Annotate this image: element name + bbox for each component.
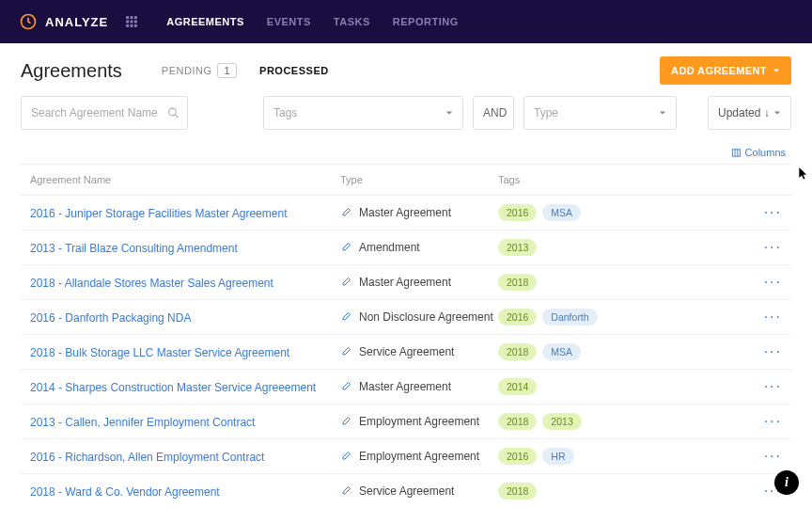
type-filter[interactable]: Type bbox=[523, 96, 677, 130]
nav-events[interactable]: EVENTS bbox=[267, 16, 311, 27]
table-row: 2016 - Richardson, Allen Employment Cont… bbox=[21, 439, 791, 474]
header-name[interactable]: Agreement Name bbox=[30, 174, 340, 185]
tag[interactable]: 2013 bbox=[542, 413, 581, 430]
page-header: Agreements PENDING 1 PROCESSED ADD AGREE… bbox=[0, 43, 812, 96]
type-filter-placeholder: Type bbox=[534, 106, 558, 119]
agreement-type: Non Disclosure Agreement bbox=[359, 310, 493, 324]
row-actions-button[interactable]: ··· bbox=[764, 239, 782, 255]
tag[interactable]: 2018 bbox=[498, 343, 537, 360]
tags-filter[interactable]: Tags bbox=[263, 96, 463, 130]
filters-bar: Tags AND Type Updated ↓ bbox=[0, 96, 812, 141]
table-row: 2016 - Danforth Packaging NDANon Disclos… bbox=[21, 300, 791, 335]
edit-icon[interactable] bbox=[340, 451, 351, 462]
row-actions-button[interactable]: ··· bbox=[764, 448, 782, 464]
tag[interactable]: MSA bbox=[542, 343, 581, 360]
columns-row: Columns bbox=[0, 141, 812, 164]
svg-rect-3 bbox=[134, 16, 137, 19]
add-agreement-button[interactable]: ADD AGREEMENT bbox=[660, 56, 791, 85]
row-actions-button[interactable]: ··· bbox=[764, 413, 782, 429]
logic-filter[interactable]: AND bbox=[473, 96, 514, 130]
edit-icon[interactable] bbox=[340, 242, 351, 253]
agreement-link[interactable]: 2016 - Juniper Storage Facilities Master… bbox=[30, 207, 287, 220]
columns-icon bbox=[731, 148, 742, 158]
agreement-link[interactable]: 2013 - Trail Blaze Consulting Amendment bbox=[30, 242, 238, 255]
agreement-type: Master Agreement bbox=[359, 380, 451, 393]
tag[interactable]: Danforth bbox=[542, 309, 597, 325]
mouse-cursor bbox=[799, 167, 808, 181]
tab-pending[interactable]: PENDING 1 bbox=[162, 63, 237, 78]
info-button[interactable]: i bbox=[774, 470, 799, 495]
nav-agreements[interactable]: AGREEMENTS bbox=[166, 16, 244, 27]
table-header: Agreement Name Type Tags bbox=[21, 165, 791, 196]
agreement-link[interactable]: 2013 - Callen, Jennifer Employment Contr… bbox=[30, 416, 255, 429]
tab-pending-count: 1 bbox=[217, 63, 237, 78]
tag[interactable]: MSA bbox=[542, 204, 581, 221]
nav-reporting[interactable]: REPORTING bbox=[393, 16, 459, 27]
page-title: Agreements bbox=[21, 60, 122, 82]
tag[interactable]: 2016 bbox=[498, 309, 537, 325]
svg-rect-7 bbox=[126, 24, 129, 27]
agreement-link[interactable]: 2018 - Allandale Stores Master Sales Agr… bbox=[30, 277, 273, 290]
nav-tasks[interactable]: TASKS bbox=[334, 16, 370, 27]
tag[interactable]: 2018 bbox=[498, 483, 537, 500]
table-row: 2013 - Trail Blaze Consulting AmendmentA… bbox=[21, 230, 791, 265]
sort-filter[interactable]: Updated ↓ bbox=[708, 96, 791, 130]
svg-rect-2 bbox=[131, 16, 133, 19]
agreement-link[interactable]: 2016 - Danforth Packaging NDA bbox=[30, 311, 191, 325]
tab-processed-label: PROCESSED bbox=[259, 65, 329, 76]
columns-label: Columns bbox=[745, 147, 786, 158]
tag[interactable]: HR bbox=[542, 448, 573, 465]
header-type[interactable]: Type bbox=[340, 174, 498, 185]
svg-rect-11 bbox=[732, 149, 740, 155]
table-row: 2014 - Sharpes Construction Master Servi… bbox=[21, 370, 791, 405]
columns-button[interactable]: Columns bbox=[731, 147, 786, 158]
page-tabs: PENDING 1 PROCESSED bbox=[162, 63, 329, 78]
row-actions-button[interactable]: ··· bbox=[764, 343, 782, 359]
tag[interactable]: 2014 bbox=[498, 378, 537, 395]
tag[interactable]: 2016 bbox=[498, 448, 537, 465]
sort-filter-value: Updated ↓ bbox=[718, 106, 770, 119]
search-input-wrap bbox=[21, 96, 188, 130]
apps-grid-icon[interactable] bbox=[125, 15, 138, 28]
agreement-type: Master Agreement bbox=[359, 276, 451, 289]
edit-icon[interactable] bbox=[340, 485, 351, 497]
row-actions-button[interactable]: ··· bbox=[764, 204, 782, 220]
table-row: 2013 - Callen, Jennifer Employment Contr… bbox=[21, 405, 791, 439]
edit-icon[interactable] bbox=[340, 311, 351, 323]
brand[interactable]: ANALYZE bbox=[19, 12, 108, 31]
agreement-link[interactable]: 2018 - Ward & Co. Vendor Agreement bbox=[30, 485, 220, 499]
row-actions-button[interactable]: ··· bbox=[764, 378, 782, 394]
agreement-type: Employment Agreement bbox=[359, 450, 479, 463]
tag[interactable]: 2016 bbox=[498, 204, 537, 221]
agreement-link[interactable]: 2016 - Richardson, Allen Employment Cont… bbox=[30, 451, 264, 464]
table-row: 2018 - Allandale Stores Master Sales Agr… bbox=[21, 265, 791, 300]
edit-icon[interactable] bbox=[340, 416, 351, 427]
brand-text: ANALYZE bbox=[45, 15, 108, 29]
agreement-type: Service Agreement bbox=[359, 484, 454, 498]
edit-icon[interactable] bbox=[340, 277, 351, 288]
edit-icon[interactable] bbox=[340, 346, 351, 357]
row-actions-button[interactable]: ··· bbox=[764, 309, 782, 325]
agreement-type: Service Agreement bbox=[359, 345, 454, 358]
svg-rect-8 bbox=[131, 24, 133, 27]
nav-links: AGREEMENTS EVENTS TASKS REPORTING bbox=[166, 16, 459, 27]
edit-icon[interactable] bbox=[340, 207, 351, 218]
tab-pending-label: PENDING bbox=[162, 65, 212, 76]
header-tags[interactable]: Tags bbox=[498, 174, 744, 185]
chevron-down-icon bbox=[659, 109, 666, 117]
tag[interactable]: 2018 bbox=[498, 413, 537, 430]
tag[interactable]: 2018 bbox=[498, 274, 537, 291]
agreement-link[interactable]: 2018 - Bulk Storage LLC Master Service A… bbox=[30, 346, 289, 359]
agreement-link[interactable]: 2014 - Sharpes Construction Master Servi… bbox=[30, 381, 316, 394]
logic-filter-value: AND bbox=[483, 106, 507, 119]
tab-processed[interactable]: PROCESSED bbox=[259, 65, 329, 76]
search-input[interactable] bbox=[31, 97, 178, 129]
row-actions-button[interactable]: ··· bbox=[764, 274, 782, 290]
agreement-type: Amendment bbox=[359, 241, 420, 254]
svg-rect-9 bbox=[134, 24, 137, 27]
svg-rect-4 bbox=[126, 21, 129, 24]
table-row: 2018 - Bulk Storage LLC Master Service A… bbox=[21, 335, 791, 370]
edit-icon[interactable] bbox=[340, 381, 351, 392]
tag[interactable]: 2013 bbox=[498, 239, 537, 256]
top-nav: ANALYZE AGREEMENTS EVENTS TASKS REPORTIN… bbox=[0, 0, 812, 43]
